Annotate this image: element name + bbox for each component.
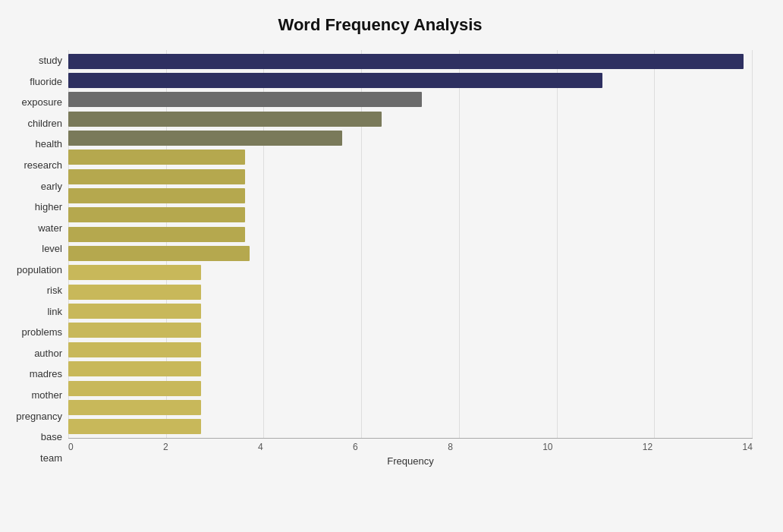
bar-row-early bbox=[68, 167, 753, 186]
x-tick-12: 12 bbox=[643, 439, 652, 452]
y-labels: studyfluorideexposurechildrenhealthresea… bbox=[8, 50, 68, 468]
bars-wrapper bbox=[68, 50, 753, 438]
y-label-health: health bbox=[36, 139, 62, 149]
bar-row-population bbox=[68, 244, 753, 263]
bar-children bbox=[68, 112, 382, 127]
bar-mother bbox=[68, 361, 201, 376]
x-axis: 02468101214 Frequency bbox=[68, 438, 753, 468]
bar-team bbox=[68, 419, 201, 434]
bar-health bbox=[68, 131, 342, 146]
y-label-pregnancy: pregnancy bbox=[16, 411, 62, 421]
chart-area: studyfluorideexposurechildrenhealthresea… bbox=[8, 50, 753, 468]
bar-exposure bbox=[68, 92, 422, 107]
bar-population bbox=[68, 246, 250, 261]
bar-higher bbox=[68, 188, 245, 203]
y-label-children: children bbox=[27, 118, 62, 128]
x-tick-8: 8 bbox=[448, 439, 453, 452]
y-label-higher: higher bbox=[35, 202, 62, 212]
x-tick-14: 14 bbox=[743, 439, 753, 452]
bars-and-x: 02468101214 Frequency bbox=[68, 50, 753, 468]
bar-fluoride bbox=[68, 73, 602, 88]
bar-row-mother bbox=[68, 360, 753, 379]
y-label-mother: mother bbox=[32, 390, 62, 400]
bar-row-author bbox=[68, 321, 753, 340]
bar-row-pregnancy bbox=[68, 379, 753, 398]
bar-row-fluoride bbox=[68, 71, 753, 90]
bar-row-problems bbox=[68, 301, 753, 320]
bar-row-study bbox=[68, 52, 753, 71]
bar-row-children bbox=[68, 109, 753, 128]
x-tick-10: 10 bbox=[542, 439, 552, 452]
bar-author bbox=[68, 323, 201, 338]
bar-research bbox=[68, 150, 245, 165]
y-label-population: population bbox=[17, 265, 62, 275]
y-label-research: research bbox=[24, 160, 62, 170]
bar-link bbox=[68, 285, 201, 300]
bar-risk bbox=[68, 265, 201, 280]
x-tick-6: 6 bbox=[353, 439, 358, 452]
bar-problems bbox=[68, 304, 201, 319]
bar-level bbox=[68, 227, 245, 242]
bar-row-base bbox=[68, 398, 753, 417]
bar-row-higher bbox=[68, 186, 753, 205]
y-label-early: early bbox=[41, 181, 62, 191]
bars-area bbox=[68, 50, 753, 438]
y-label-fluoride: fluoride bbox=[30, 77, 62, 87]
x-ticks: 02468101214 bbox=[68, 439, 753, 452]
bar-study bbox=[68, 54, 744, 69]
y-label-madres: madres bbox=[30, 369, 62, 379]
bar-row-exposure bbox=[68, 90, 753, 109]
y-label-team: team bbox=[40, 453, 62, 463]
bar-row-risk bbox=[68, 263, 753, 282]
chart-container: Word Frequency Analysis studyfluorideexp… bbox=[0, 0, 783, 532]
bar-row-level bbox=[68, 225, 753, 244]
y-label-author: author bbox=[34, 348, 62, 358]
x-axis-label: Frequency bbox=[68, 455, 753, 467]
y-label-study: study bbox=[39, 55, 62, 65]
bar-base bbox=[68, 400, 201, 415]
x-tick-0: 0 bbox=[68, 439, 74, 452]
bar-pregnancy bbox=[68, 381, 201, 396]
bar-row-health bbox=[68, 128, 753, 147]
y-label-problems: problems bbox=[22, 327, 62, 337]
bar-row-madres bbox=[68, 340, 753, 359]
bar-water bbox=[68, 207, 245, 222]
y-label-risk: risk bbox=[47, 285, 62, 295]
x-tick-4: 4 bbox=[258, 439, 263, 452]
chart-title: Word Frequency Analysis bbox=[8, 15, 753, 35]
bar-row-research bbox=[68, 148, 753, 167]
y-label-water: water bbox=[38, 223, 62, 233]
y-label-exposure: exposure bbox=[22, 97, 62, 107]
y-label-link: link bbox=[47, 307, 62, 316]
bar-row-link bbox=[68, 282, 753, 301]
y-label-base: base bbox=[41, 432, 62, 442]
y-label-level: level bbox=[42, 244, 62, 253]
bar-row-team bbox=[68, 417, 753, 436]
bar-early bbox=[68, 169, 245, 184]
bar-row-water bbox=[68, 206, 753, 225]
bar-madres bbox=[68, 342, 201, 357]
x-tick-2: 2 bbox=[163, 439, 168, 452]
